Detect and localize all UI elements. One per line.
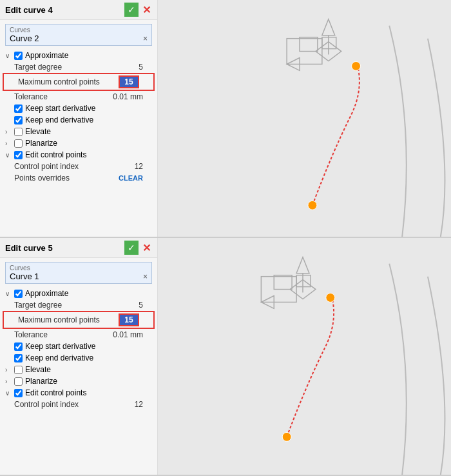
edit-curve-5-panel: Edit curve 5 ✓ ✕ Curves Curve 1 × ∨ Appr… <box>0 238 451 476</box>
tolerance-row-2: Tolerance 0.01 mm <box>0 329 157 341</box>
approximate-checkbox-2[interactable] <box>14 290 23 298</box>
keep-start-row-1[interactable]: Keep start derivative <box>0 103 157 114</box>
elevate-section-1: › Elevate <box>0 126 157 137</box>
edit-control-points-label-1[interactable]: Edit control points <box>14 150 86 159</box>
svg-marker-10 <box>296 257 309 273</box>
max-control-points-row-1: Maximum control points <box>3 73 155 91</box>
max-control-points-row-2: Maximum control points <box>3 311 155 329</box>
svg-marker-1 <box>322 19 335 35</box>
keep-end-checkbox-2[interactable] <box>14 354 23 362</box>
tolerance-row-1: Tolerance 0.01 mm <box>0 91 157 103</box>
planarize-label-2[interactable]: Planarize <box>14 377 57 386</box>
planarize-collapse-2[interactable]: › <box>5 378 14 385</box>
keep-end-checkbox-1[interactable] <box>14 116 23 124</box>
planarize-section-2: › Planarize <box>0 375 157 387</box>
approximate-section-1: ∨ Approximate <box>0 50 157 61</box>
left-panel-2: Edit curve 5 ✓ ✕ Curves Curve 1 × ∨ Appr… <box>0 238 158 475</box>
elevate-checkbox-2[interactable] <box>14 366 23 374</box>
planarize-section-1: › Planarize <box>0 137 157 149</box>
svg-point-16 <box>282 432 291 441</box>
edit-curve-4-panel: Edit curve 4 ✓ ✕ Curves Curve 2 × ∨ Appr… <box>0 0 451 238</box>
header-buttons-2: ✓ ✕ <box>124 241 152 255</box>
left-panel-1: Edit curve 4 ✓ ✕ Curves Curve 2 × ∨ Appr… <box>0 0 158 237</box>
target-degree-label-1: Target degree <box>14 63 62 72</box>
svg-rect-6 <box>322 37 336 49</box>
max-control-points-label-1: Maximum control points <box>18 77 100 86</box>
curves-close-2[interactable]: × <box>143 272 148 281</box>
planarize-checkbox-2[interactable] <box>14 377 23 386</box>
approximate-label-1[interactable]: Approximate <box>14 51 68 60</box>
curves-value-row-1: Curve 2 × <box>10 34 148 43</box>
curves-close-1[interactable]: × <box>143 34 148 43</box>
clear-button-1[interactable]: CLEAR <box>119 174 143 182</box>
target-degree-value-1: 5 <box>139 63 143 72</box>
confirm-button-1[interactable]: ✓ <box>124 3 139 17</box>
elevate-label-1[interactable]: Elevate <box>14 127 51 136</box>
edit-control-points-collapse-1[interactable]: ∨ <box>5 152 14 159</box>
panel-header-1: Edit curve 4 ✓ ✕ <box>0 0 157 20</box>
confirm-button-2[interactable]: ✓ <box>124 241 139 255</box>
planarize-checkbox-1[interactable] <box>14 139 23 148</box>
planarize-label-1[interactable]: Planarize <box>14 139 57 148</box>
svg-rect-15 <box>296 275 311 287</box>
approximate-section-2: ∨ Approximate <box>0 288 157 299</box>
svg-rect-5 <box>300 37 318 52</box>
elevate-collapse-1[interactable]: › <box>5 128 14 135</box>
edit-control-points-collapse-2[interactable]: ∨ <box>5 390 14 397</box>
edit-control-points-section-1: ∨ Edit control points <box>0 149 157 161</box>
canvas-svg-1 <box>158 0 451 237</box>
keep-start-checkbox-2[interactable] <box>14 342 23 351</box>
curves-value-2: Curve 1 <box>10 272 39 281</box>
keep-start-row-2[interactable]: Keep start derivative <box>0 341 157 352</box>
tolerance-label-2: Tolerance <box>14 330 48 339</box>
svg-point-17 <box>326 293 335 302</box>
curves-value-1: Curve 2 <box>10 34 39 43</box>
edit-control-points-checkbox-1[interactable] <box>14 151 23 159</box>
curves-label-1: Curves <box>10 26 148 34</box>
curves-label-2: Curves <box>10 264 148 272</box>
edit-control-points-checkbox-2[interactable] <box>14 389 23 397</box>
svg-rect-14 <box>274 275 292 290</box>
canvas-svg-2 <box>158 238 451 475</box>
control-point-index-value-2: 12 <box>135 400 143 409</box>
max-control-points-label-2: Maximum control points <box>18 315 100 324</box>
target-degree-row-1: Target degree 5 <box>0 61 157 73</box>
planarize-collapse-1[interactable]: › <box>5 140 14 147</box>
tolerance-value-1: 0.01 mm <box>113 92 143 101</box>
cancel-button-1[interactable]: ✕ <box>141 3 152 17</box>
elevate-checkbox-1[interactable] <box>14 128 23 136</box>
elevate-collapse-2[interactable]: › <box>5 366 14 373</box>
svg-point-7 <box>308 201 317 210</box>
max-control-points-input-2[interactable] <box>119 313 139 326</box>
elevate-label-2[interactable]: Elevate <box>14 365 51 374</box>
keep-start-checkbox-1[interactable] <box>14 104 23 113</box>
approximate-label-2[interactable]: Approximate <box>14 289 68 298</box>
target-degree-label-2: Target degree <box>14 301 62 310</box>
panel-header-2: Edit curve 5 ✓ ✕ <box>0 238 157 258</box>
cancel-button-2[interactable]: ✕ <box>141 241 152 255</box>
canvas-2 <box>158 238 451 475</box>
keep-end-row-1[interactable]: Keep end derivative <box>0 114 157 126</box>
panel-title-2: Edit curve 5 <box>5 243 53 253</box>
edit-control-points-label-2[interactable]: Edit control points <box>14 388 86 397</box>
control-point-index-value-1: 12 <box>135 162 143 171</box>
tolerance-value-2: 0.01 mm <box>113 330 143 339</box>
edit-control-points-section-2: ∨ Edit control points <box>0 387 157 399</box>
approximate-collapse-1[interactable]: ∨ <box>5 52 14 59</box>
keep-end-row-2[interactable]: Keep end derivative <box>0 352 157 364</box>
tolerance-label-1: Tolerance <box>14 92 48 101</box>
control-point-index-row-2: Control point index 12 <box>0 399 157 410</box>
approximate-checkbox-1[interactable] <box>14 52 23 60</box>
control-point-index-label-1: Control point index <box>14 162 79 171</box>
curves-value-row-2: Curve 1 × <box>10 272 148 281</box>
curves-dropdown-2[interactable]: Curves Curve 1 × <box>5 262 152 284</box>
target-degree-row-2: Target degree 5 <box>0 299 157 311</box>
control-point-index-row-1: Control point index 12 <box>0 161 157 172</box>
max-control-points-input-1[interactable] <box>119 75 139 88</box>
svg-point-8 <box>352 61 361 70</box>
header-buttons-1: ✓ ✕ <box>124 3 152 17</box>
approximate-collapse-2[interactable]: ∨ <box>5 290 14 297</box>
curves-dropdown-1[interactable]: Curves Curve 2 × <box>5 24 152 46</box>
points-overrides-row-1: Points overrides CLEAR <box>0 172 157 184</box>
control-point-index-label-2: Control point index <box>14 400 79 409</box>
